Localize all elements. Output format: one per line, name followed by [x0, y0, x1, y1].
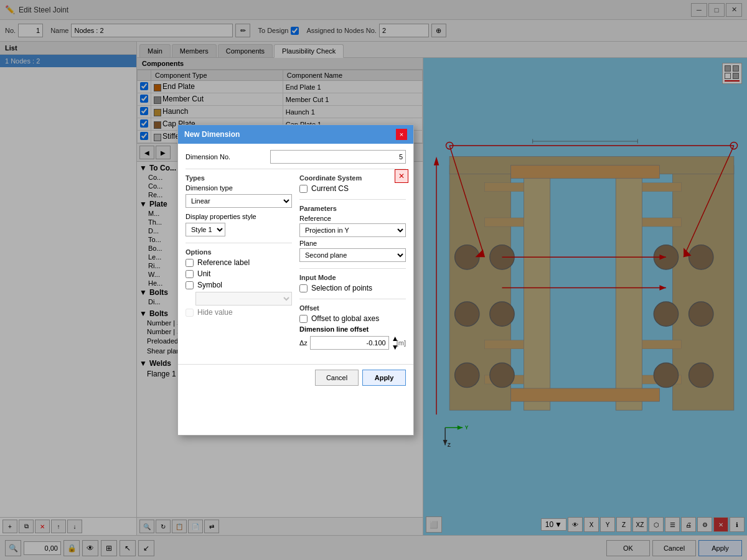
plane-select[interactable]: Second plane First plane Third plane	[299, 248, 406, 262]
parameters-section: Parameters Reference Projection in Y Pro…	[299, 205, 406, 262]
divider-4	[299, 268, 406, 269]
divider-3	[299, 199, 406, 200]
unit-checkbox[interactable]	[186, 270, 194, 278]
modal-overlay: New Dimension × Dimension No.	[0, 0, 747, 560]
dim-type-select-wrapper: Linear Angular Radius	[186, 194, 292, 208]
reference-label: Reference	[299, 215, 406, 222]
delete-dimension-button[interactable]: ✕	[395, 169, 408, 183]
options-title: Options	[186, 248, 292, 256]
input-mode-title: Input Mode	[299, 274, 406, 281]
modal-left-col: Types Dimension type Linear Angular Radi…	[186, 174, 292, 358]
display-style-label: Display properties style	[186, 213, 266, 220]
hide-value-checkbox[interactable]	[186, 309, 194, 317]
unit-text: Unit	[197, 269, 210, 278]
symbol-group: Symbol	[186, 281, 292, 289]
dz-input[interactable]	[310, 336, 389, 350]
modal-apply-button[interactable]: Apply	[362, 370, 406, 386]
new-dimension-modal: New Dimension × Dimension No.	[177, 124, 414, 436]
modal-body: Dimension No. Types Dimension type	[178, 144, 413, 364]
options-section: Options Reference label Unit	[186, 248, 292, 317]
symbol-text: Symbol	[197, 281, 222, 289]
divider-2	[186, 243, 292, 243]
coord-system-section: Coordinate System Current CS	[299, 174, 406, 193]
symbol-select-wrapper	[195, 292, 292, 306]
dz-label: Δz	[299, 339, 308, 347]
display-style-select[interactable]: Style 1 Style 2	[186, 223, 225, 236]
offset-title: Offset	[299, 304, 406, 312]
modal-cancel-button[interactable]: Cancel	[315, 370, 359, 386]
ref-label-text: Reference label	[197, 258, 250, 267]
dim-type-select[interactable]: Linear Angular Radius	[186, 194, 292, 208]
current-cs-checkbox[interactable]	[299, 185, 308, 193]
offset-section: Offset Offset to global axes Dimension l…	[299, 304, 406, 352]
dim-no-input[interactable]	[270, 150, 406, 164]
selection-points-checkbox[interactable]	[299, 284, 308, 292]
hide-value-text: Hide value	[197, 308, 233, 317]
selection-points-text: Selection of points	[311, 284, 372, 292]
offset-global-text: Offset to global axes	[311, 314, 379, 323]
dz-unit: [m]	[397, 339, 406, 347]
coord-system-title: Coordinate System	[299, 174, 406, 182]
input-mode-section: Input Mode Selection of points	[299, 274, 406, 292]
modal-close-button[interactable]: ×	[396, 129, 407, 140]
dimension-no-group: Dimension No.	[186, 150, 406, 164]
selection-points-group: Selection of points	[299, 284, 406, 292]
dim-line-offset-label: Dimension line offset	[299, 325, 406, 333]
plane-group: Plane Second plane First plane Third pla…	[299, 240, 406, 262]
divider-5	[299, 299, 406, 299]
dz-down[interactable]: ▼	[392, 343, 394, 352]
reference-select[interactable]: Projection in Y Projection in X True len…	[299, 223, 406, 237]
dz-group: Δz ▲ ▼ [m]	[299, 334, 406, 352]
dz-spinner[interactable]: ▲ ▼	[392, 334, 394, 352]
unit-group: Unit	[186, 269, 292, 278]
modal-footer: Cancel Apply	[178, 364, 413, 391]
hide-value-group: Hide value	[186, 308, 292, 317]
modal-header: New Dimension ×	[178, 125, 413, 144]
plane-label: Plane	[299, 240, 406, 247]
ref-label-group: Reference label	[186, 258, 292, 267]
dz-up[interactable]: ▲	[392, 334, 394, 343]
offset-global-checkbox[interactable]	[299, 315, 308, 323]
divider-1	[186, 169, 406, 169]
parameters-title: Parameters	[299, 205, 406, 212]
reference-group: Reference Projection in Y Projection in …	[299, 215, 406, 237]
types-section: Types Dimension type Linear Angular Radi…	[186, 174, 292, 236]
ref-label-checkbox[interactable]	[186, 259, 194, 267]
dim-type-group: Dimension type	[186, 184, 292, 192]
current-cs-group: Current CS	[299, 184, 406, 193]
offset-global-group: Offset to global axes	[299, 314, 406, 323]
display-style-group: Display properties style	[186, 213, 292, 220]
dim-type-label: Dimension type	[186, 184, 266, 192]
current-cs-text: Current CS	[311, 184, 349, 193]
modal-right-col: ✕ Coordinate System Current CS	[299, 174, 406, 358]
display-style-select-wrapper: Style 1 Style 2	[186, 223, 292, 236]
dim-no-label: Dimension No.	[186, 153, 266, 161]
symbol-checkbox[interactable]	[186, 281, 194, 289]
modal-title: New Dimension	[184, 130, 240, 139]
app-window: ✏️ Edit Steel Joint ─ □ ✕ No. Name ✏ To …	[0, 0, 747, 560]
modal-two-col: Types Dimension type Linear Angular Radi…	[186, 174, 406, 358]
types-title: Types	[186, 174, 292, 182]
symbol-select[interactable]	[195, 292, 292, 306]
